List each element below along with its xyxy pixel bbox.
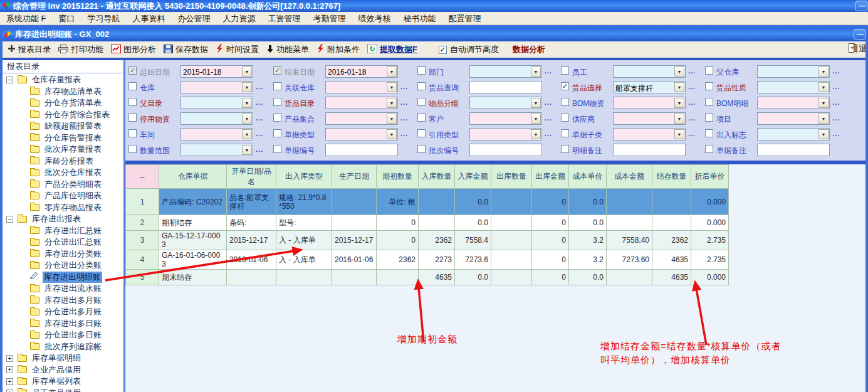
- cell[interactable]: [377, 270, 419, 285]
- filter-dropdown-停用物资[interactable]: ▼: [180, 112, 253, 125]
- cell[interactable]: [652, 189, 691, 215]
- cell[interactable]: 7558.40: [607, 231, 652, 250]
- filter-checkbox-批次编号[interactable]: [417, 145, 426, 153]
- sidebar-item-库存进出报表[interactable]: −库存进出报表: [3, 213, 123, 225]
- column-header-入库数量[interactable]: 入库数量: [419, 165, 455, 189]
- sidebar-item-零库存物品报表[interactable]: 零库存物品报表: [3, 202, 123, 214]
- lookup-dots-button[interactable]: ...: [400, 98, 408, 106]
- filter-checkbox-货品选择[interactable]: ✓: [561, 82, 569, 90]
- lookup-dots-button[interactable]: ...: [688, 114, 696, 122]
- filter-checkbox-车间[interactable]: [128, 129, 137, 137]
- filter-checkbox-单据子类[interactable]: [561, 129, 569, 137]
- filter-dropdown-父目录[interactable]: ▼: [180, 97, 253, 109]
- filter-dropdown-引用类型[interactable]: ▼: [469, 128, 542, 140]
- filter-checkbox-数量范围[interactable]: [128, 145, 137, 153]
- data-analysis-link[interactable]: 数据分析: [513, 44, 545, 55]
- cell[interactable]: 7273.60: [607, 250, 652, 270]
- row-number[interactable]: 5: [126, 270, 159, 285]
- auto-height-checkbox[interactable]: ✓: [439, 46, 447, 54]
- cell[interactable]: 2362: [419, 231, 455, 250]
- cell[interactable]: 0.0: [455, 215, 491, 231]
- dropdown-arrow-icon[interactable]: ▼: [531, 114, 541, 124]
- filter-dropdown-BOM物资[interactable]: ▼: [613, 97, 686, 109]
- filter-dropdown-父仓库[interactable]: ▼: [757, 65, 830, 78]
- table-row-1[interactable]: 1产品编码: C20202品名:船罩支撑杆规格: 21.9*0.8*550单位:…: [126, 189, 729, 215]
- dropdown-arrow-icon[interactable]: ▼: [242, 82, 252, 92]
- cell[interactable]: [491, 215, 532, 231]
- menu-item[interactable]: 学习导航: [81, 12, 127, 25]
- cell[interactable]: 0.000: [691, 189, 729, 215]
- filter-checkbox-起始日期[interactable]: ✓: [128, 66, 137, 75]
- sidebar-item-库存单据列表[interactable]: +库存单据列表: [3, 376, 123, 388]
- toolbar-button-附加条件[interactable]: 附加条件: [313, 42, 363, 57]
- filter-checkbox-单据编号[interactable]: [273, 145, 281, 153]
- dropdown-arrow-icon[interactable]: ▼: [818, 114, 829, 124]
- column-header-开单日期/品名[interactable]: 开单日期/品名: [227, 165, 276, 189]
- dropdown-arrow-icon[interactable]: ▼: [818, 82, 829, 92]
- filter-dropdown-客户[interactable]: ▼: [469, 112, 542, 125]
- menu-item[interactable]: 窗口: [53, 12, 81, 25]
- cell[interactable]: GA-15-12-17-0003: [159, 231, 227, 250]
- filter-checkbox-引用类型[interactable]: [417, 129, 426, 137]
- sidebar-item-库存进出多日账[interactable]: 库存进出多日账: [3, 318, 123, 330]
- dropdown-arrow-icon[interactable]: ▼: [674, 129, 684, 139]
- dropdown-arrow-icon[interactable]: ▼: [818, 66, 829, 77]
- cell[interactable]: 2.735: [691, 231, 729, 250]
- menu-item[interactable]: 系统功能 F: [0, 12, 53, 25]
- sidebar-item-分仓存货清单表[interactable]: 分仓存货清单表: [3, 97, 123, 109]
- cell[interactable]: 0.0: [569, 215, 607, 231]
- cell[interactable]: 4635: [419, 270, 455, 285]
- filter-checkbox-单据类型[interactable]: [273, 129, 281, 137]
- filter-dropdown-货品性质[interactable]: ▼: [757, 81, 830, 93]
- filter-dropdown-车间[interactable]: ▼: [180, 128, 253, 140]
- sidebar-item-库存物品清单表[interactable]: 库存物品清单表: [3, 86, 123, 98]
- dropdown-arrow-icon[interactable]: ▼: [242, 98, 252, 108]
- row-number[interactable]: 2: [126, 215, 159, 231]
- cell[interactable]: 期末结存: [159, 270, 227, 285]
- column-header-–[interactable]: –: [126, 165, 159, 189]
- dropdown-arrow-icon[interactable]: ▼: [818, 129, 829, 139]
- dropdown-arrow-icon[interactable]: ▼: [242, 129, 252, 139]
- sidebar-item-库存进出明细账[interactable]: 库存进出明细账: [3, 272, 123, 283]
- cell[interactable]: 3.2: [569, 250, 607, 270]
- sidebar-item-库存进出流水账[interactable]: 库存进出流水账: [3, 283, 123, 295]
- filter-checkbox-单据备注[interactable]: [705, 145, 713, 153]
- dropdown-arrow-icon[interactable]: ▼: [818, 98, 829, 108]
- filter-checkbox-结束日期[interactable]: ✓: [273, 66, 281, 75]
- filter-checkbox-父目录[interactable]: [128, 98, 137, 106]
- filter-checkbox-BOM明细[interactable]: [705, 98, 713, 106]
- cell[interactable]: 0: [532, 250, 569, 270]
- dropdown-arrow-icon[interactable]: ▼: [242, 66, 252, 77]
- column-header-成本单价[interactable]: 成本单价: [569, 165, 607, 189]
- cell[interactable]: 0: [532, 231, 569, 250]
- dropdown-arrow-icon[interactable]: ▼: [387, 129, 397, 139]
- sidebar-item-企业产品借用[interactable]: +企业产品借用: [3, 364, 123, 376]
- filter-checkbox-货品目录[interactable]: [273, 98, 281, 106]
- filter-input-批次编号[interactable]: [469, 144, 542, 156]
- cell[interactable]: [332, 270, 377, 285]
- lookup-dots-button[interactable]: ...: [832, 130, 840, 137]
- filter-dropdown-数量范围[interactable]: ▼: [180, 144, 253, 156]
- toolbar-button-打印功能[interactable]: 打印功能: [55, 42, 107, 57]
- column-header-期初数量[interactable]: 期初数量: [377, 165, 419, 189]
- dropdown-arrow-icon[interactable]: ▼: [674, 114, 684, 124]
- cell[interactable]: 品名:船罩支撑杆: [227, 189, 276, 215]
- sidebar-item-库存进出汇总账[interactable]: 库存进出汇总账: [3, 225, 123, 237]
- cell[interactable]: GA-16-01-06-0003: [159, 250, 227, 270]
- auto-height-toggle[interactable]: ✓自动调节高度: [439, 44, 499, 55]
- filter-input-单据备注[interactable]: [757, 144, 830, 156]
- sidebar-item-缺额超额报警表[interactable]: 缺额超额报警表: [3, 120, 123, 132]
- menu-item[interactable]: 办公管理: [172, 12, 217, 25]
- filter-input-货品查询[interactable]: [469, 81, 542, 93]
- filter-dropdown-仓库[interactable]: ▼: [180, 81, 253, 93]
- filter-input-明细备注[interactable]: [613, 144, 686, 156]
- cell[interactable]: 7273.6: [455, 250, 491, 270]
- cell[interactable]: [419, 189, 455, 215]
- filter-dropdown-BOM明细[interactable]: ▼: [757, 97, 830, 109]
- lookup-dots-button[interactable]: ...: [400, 83, 408, 90]
- menu-item[interactable]: 秘书功能: [397, 12, 442, 25]
- filter-checkbox-部门[interactable]: [417, 66, 426, 75]
- column-header-仓库单据[interactable]: 仓库单据: [159, 165, 227, 189]
- lookup-dots-button[interactable]: ...: [545, 114, 552, 122]
- cell[interactable]: [491, 270, 532, 285]
